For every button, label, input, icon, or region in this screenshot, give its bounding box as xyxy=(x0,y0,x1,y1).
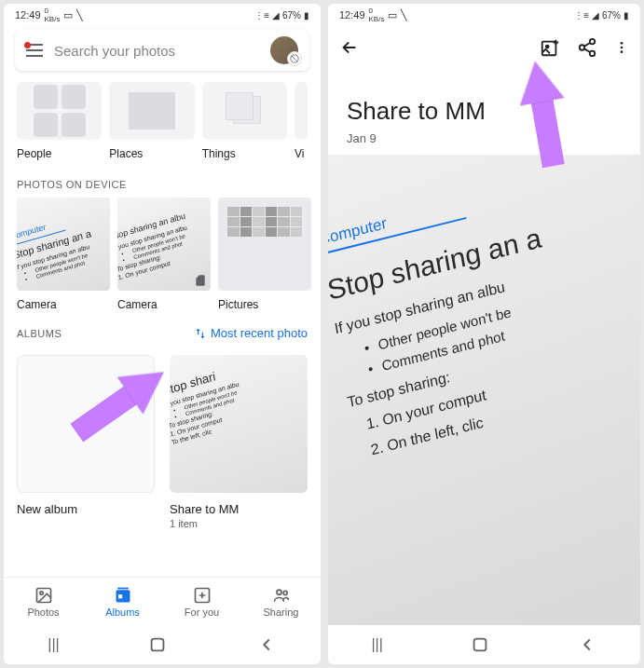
svg-line-19 xyxy=(584,48,590,52)
svg-point-3 xyxy=(39,591,42,593)
device-folder-pictures[interactable]: Pictures xyxy=(218,198,311,311)
signal-icon: ◢ xyxy=(592,10,599,20)
sort-button[interactable]: Most recent photo xyxy=(194,326,308,340)
status-time: 12:49 xyxy=(339,9,365,20)
search-bar[interactable]: Search your photos xyxy=(15,30,309,71)
album-photo[interactable]: Computer Stop sharing an a If you stop s… xyxy=(328,155,640,625)
svg-point-22 xyxy=(621,50,623,53)
bottom-nav: Photos Albums For you Sharing xyxy=(4,577,321,625)
battery-icon: ▮ xyxy=(623,10,629,20)
search-input[interactable]: Search your photos xyxy=(54,43,259,59)
svg-point-16 xyxy=(580,45,585,50)
menu-icon[interactable] xyxy=(26,44,43,57)
svg-rect-4 xyxy=(116,590,130,602)
edit-icon: ╲ xyxy=(76,9,83,21)
albums-icon xyxy=(114,586,132,605)
signal-icon: ◢ xyxy=(272,10,280,20)
new-album-button[interactable]: + New album xyxy=(17,355,155,529)
phone-screen-albums: 12:49 0KB/s ▭ ╲ ⋮≡ ◢ 67% ▮ Search your p… xyxy=(4,4,321,664)
nav-foryou[interactable]: For you xyxy=(162,578,241,625)
device-folder-camera-2[interactable]: Stop sharing an albu If you stop sharing… xyxy=(117,198,211,311)
battery-text: 67% xyxy=(602,10,621,20)
more-icon[interactable] xyxy=(614,37,629,58)
section-albums-header: ALBUMS Most recent photo xyxy=(4,311,321,348)
svg-line-18 xyxy=(584,43,590,47)
system-nav: ||| xyxy=(4,625,321,664)
svg-rect-6 xyxy=(118,594,122,598)
category-places[interactable]: Places xyxy=(109,82,194,160)
add-photos-icon[interactable] xyxy=(540,37,560,58)
svg-point-10 xyxy=(277,590,281,594)
avatar-badge-icon xyxy=(287,51,302,66)
album-title: Share to MM xyxy=(347,97,622,126)
recents-button[interactable]: ||| xyxy=(371,636,382,653)
status-bar: 12:49 0KB/s ▭ ╲ ⋮≡ ◢ 67% ▮ xyxy=(4,4,321,26)
svg-rect-5 xyxy=(117,587,129,589)
section-device-header: PHOTOS ON DEVICE xyxy=(4,164,321,198)
sharing-icon xyxy=(272,586,291,605)
plus-icon: + xyxy=(78,409,93,439)
nav-photos[interactable]: Photos xyxy=(4,578,83,625)
category-row: People Places Things Vi xyxy=(4,75,321,164)
sort-icon xyxy=(194,327,207,340)
device-folder-camera-1[interactable]: Computer Stop sharing an a If you stop s… xyxy=(17,198,110,311)
wifi-icon: ⋮≡ xyxy=(254,10,269,20)
category-people[interactable]: People xyxy=(17,82,102,160)
photos-icon xyxy=(34,586,53,605)
back-button[interactable] xyxy=(256,634,277,655)
screenshot-icon: ▭ xyxy=(388,9,397,21)
status-speed: 0KB/s xyxy=(369,7,385,23)
svg-point-17 xyxy=(590,51,596,56)
screenshot-icon: ▭ xyxy=(63,9,73,21)
albums-row: + New album Stop shari If you stop shari… xyxy=(4,348,321,537)
device-photos-row: Computer Stop sharing an a If you stop s… xyxy=(4,198,321,311)
svg-rect-23 xyxy=(473,639,486,651)
status-bar: 12:49 0KB/s ▭ ╲ ⋮≡ ◢ 67% ▮ xyxy=(328,4,640,26)
back-arrow-icon[interactable] xyxy=(339,37,360,58)
foryou-icon xyxy=(193,586,212,605)
back-button[interactable] xyxy=(577,634,597,655)
edit-icon: ╲ xyxy=(401,9,407,21)
recents-button[interactable]: ||| xyxy=(48,636,59,653)
profile-avatar[interactable] xyxy=(270,36,298,64)
svg-line-1 xyxy=(292,56,298,62)
battery-text: 67% xyxy=(282,10,301,20)
svg-point-15 xyxy=(590,39,596,45)
album-share-to-mm[interactable]: Stop shari If you stop sharing an albu O… xyxy=(170,355,308,529)
status-time: 12:49 xyxy=(15,9,41,20)
wifi-icon: ⋮≡ xyxy=(574,10,589,20)
svg-point-20 xyxy=(621,42,623,45)
category-things[interactable]: Things xyxy=(202,82,287,160)
sd-card-icon xyxy=(194,274,207,287)
nav-albums[interactable]: Albums xyxy=(83,578,162,625)
battery-icon: ▮ xyxy=(304,10,309,20)
category-videos[interactable]: Vi xyxy=(295,82,308,160)
svg-point-11 xyxy=(283,591,287,594)
nav-sharing[interactable]: Sharing xyxy=(241,578,321,625)
svg-point-21 xyxy=(621,47,623,49)
home-button[interactable] xyxy=(147,634,168,655)
home-button[interactable] xyxy=(470,634,490,655)
svg-rect-12 xyxy=(152,639,164,651)
phone-screen-album-detail: 12:49 0KB/s ▭ ╲ ⋮≡ ◢ 67% ▮ Share to MM J… xyxy=(328,4,640,664)
album-toolbar xyxy=(328,26,640,69)
share-icon[interactable] xyxy=(577,37,597,58)
album-header: Share to MM Jan 9 xyxy=(328,69,640,155)
status-speed: 0KB/s xyxy=(45,7,61,23)
system-nav: ||| xyxy=(328,625,640,664)
album-date: Jan 9 xyxy=(347,131,622,145)
svg-point-14 xyxy=(546,46,549,48)
